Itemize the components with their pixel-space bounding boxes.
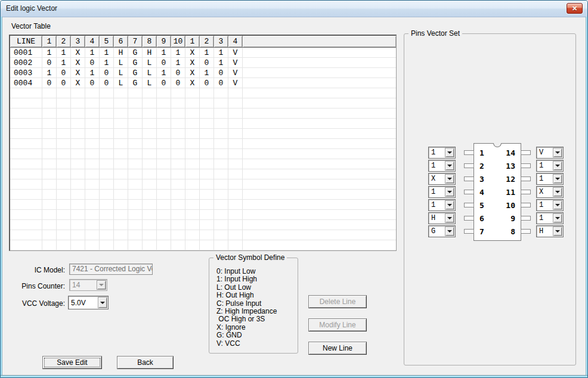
table-row[interactable] xyxy=(10,98,396,109)
new-line-button[interactable]: New Line xyxy=(308,342,367,355)
ic-model-field[interactable]: 7421 - Corrected Logic Vect xyxy=(69,264,153,275)
dropdown-button[interactable] xyxy=(445,174,454,184)
table-row[interactable] xyxy=(10,210,396,220)
table-row[interactable] xyxy=(10,88,396,98)
pin-1-combo[interactable]: 1 xyxy=(428,147,456,159)
table-row[interactable] xyxy=(10,220,396,230)
vector-cell: X xyxy=(185,78,200,88)
close-button[interactable]: ✕ xyxy=(567,3,583,14)
pin-7-combo[interactable]: G xyxy=(428,225,456,237)
dropdown-button[interactable] xyxy=(553,148,562,157)
vcc-voltage-select[interactable]: 5.0V xyxy=(68,296,109,309)
vector-cell xyxy=(85,88,100,98)
table-row[interactable]: 000201X01LGL01X01V xyxy=(10,58,396,68)
pin-14-combo[interactable]: V xyxy=(536,147,564,159)
vector-cell xyxy=(57,220,71,230)
dropdown-button[interactable] xyxy=(553,213,562,223)
dropdown-button[interactable] xyxy=(445,200,454,210)
dropdown-button[interactable] xyxy=(553,200,562,210)
vector-cell xyxy=(85,240,100,250)
pin-9-combo[interactable]: 1 xyxy=(536,212,564,224)
vector-cell xyxy=(200,119,214,129)
pin-stub xyxy=(464,150,474,155)
modify-line-button[interactable]: Modify Line xyxy=(308,318,367,331)
dropdown-button[interactable] xyxy=(445,213,454,223)
table-row[interactable] xyxy=(10,129,396,139)
dropdown-button[interactable] xyxy=(98,297,107,308)
table-row[interactable] xyxy=(10,139,396,149)
pins-counter-select[interactable]: 14 xyxy=(69,279,107,291)
vector-cell xyxy=(228,119,243,129)
pin-8-combo[interactable]: H xyxy=(536,225,564,237)
table-row[interactable] xyxy=(10,240,396,250)
vector-cell xyxy=(71,98,85,109)
dropdown-button[interactable] xyxy=(445,227,454,236)
save-edit-button[interactable]: Save Edit xyxy=(42,356,102,369)
table-row[interactable] xyxy=(10,159,396,169)
vector-cell: G xyxy=(128,48,143,58)
table-row[interactable] xyxy=(10,230,396,240)
pin-4-combo[interactable]: 1 xyxy=(428,186,456,198)
dropdown-button[interactable] xyxy=(553,174,562,184)
table-row[interactable] xyxy=(10,149,396,159)
vector-cell xyxy=(85,169,100,179)
pin-13-combo[interactable]: 1 xyxy=(536,160,564,172)
vector-cell: 1 xyxy=(214,58,228,68)
vector-cell xyxy=(200,139,214,149)
dropdown-button[interactable] xyxy=(553,227,562,236)
dropdown-button[interactable] xyxy=(445,161,454,171)
table-row[interactable] xyxy=(10,179,396,190)
vector-cell xyxy=(185,98,200,109)
vector-cell xyxy=(228,139,243,149)
dropdown-button[interactable] xyxy=(445,187,454,197)
vector-cell xyxy=(157,230,171,240)
dropdown-button[interactable] xyxy=(553,161,562,171)
vector-cell: 0 xyxy=(171,78,185,88)
vector-cell xyxy=(57,179,71,190)
column-header: 9 xyxy=(157,36,171,47)
titlebar[interactable]: Edit logic Vector ✕ xyxy=(1,1,587,17)
table-row[interactable] xyxy=(10,200,396,210)
vector-cell xyxy=(228,98,243,109)
pin-stub xyxy=(521,203,531,207)
delete-line-button[interactable]: Delete Line xyxy=(308,295,367,308)
pin-11-combo[interactable]: X xyxy=(536,186,564,198)
vector-cell xyxy=(157,240,171,250)
vector-cell xyxy=(114,159,128,169)
table-row[interactable]: 000310X10LGL10X10V xyxy=(10,68,396,78)
pin-6-combo[interactable]: H xyxy=(428,212,456,224)
vector-table[interactable]: LINE123456789101234 000111X11HGH11X11V00… xyxy=(9,35,397,251)
symbol-define-item: L: Out Low xyxy=(216,284,277,292)
vector-cell xyxy=(71,129,85,139)
back-button[interactable]: Back xyxy=(117,356,174,369)
vector-cell xyxy=(228,179,243,190)
vector-cell xyxy=(171,149,185,159)
row-filler xyxy=(243,88,396,98)
pin-value: 1 xyxy=(431,148,435,157)
chevron-down-icon xyxy=(555,191,560,193)
pin-3-combo[interactable]: X xyxy=(428,173,456,185)
pin-12-combo[interactable]: 1 xyxy=(536,173,564,185)
table-row[interactable]: 000400X00LGL00X00V xyxy=(10,78,396,88)
vector-cell xyxy=(143,98,157,109)
pin-5-combo[interactable]: 1 xyxy=(428,199,456,211)
symbol-define-item: X: Ignore xyxy=(216,324,277,331)
vector-cell: G xyxy=(128,58,143,68)
vector-cell xyxy=(157,220,171,230)
pin-10-combo[interactable]: 1 xyxy=(536,199,564,211)
table-row[interactable] xyxy=(10,109,396,119)
vector-cell xyxy=(228,210,243,220)
chip-right-pin-numbers: 141312111098 xyxy=(506,147,515,238)
table-row[interactable] xyxy=(10,119,396,129)
vector-cell xyxy=(128,159,143,169)
dropdown-button[interactable] xyxy=(553,187,562,197)
vector-cell xyxy=(228,200,243,210)
dropdown-button[interactable] xyxy=(445,148,454,157)
row-filler xyxy=(243,109,396,119)
symbol-define-item: 1: Input High xyxy=(216,275,277,283)
table-row[interactable] xyxy=(10,190,396,200)
table-row[interactable] xyxy=(10,169,396,179)
dropdown-button[interactable] xyxy=(97,280,106,290)
table-row[interactable]: 000111X11HGH11X11V xyxy=(10,48,396,58)
pin-2-combo[interactable]: 1 xyxy=(428,160,456,172)
